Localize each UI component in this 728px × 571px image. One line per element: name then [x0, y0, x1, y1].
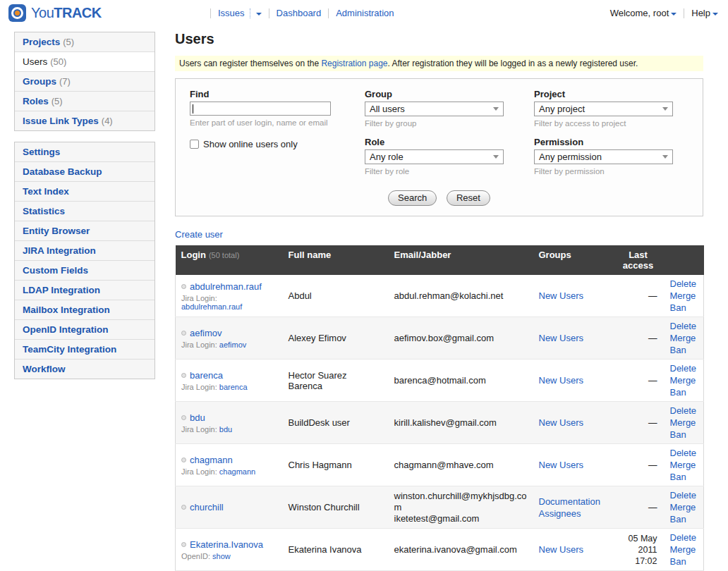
user-login-link[interactable]: chagmann	[190, 455, 233, 465]
groups-cell: New Users	[533, 317, 612, 360]
sidebar-item-openid-integration[interactable]: OpenID Integration	[15, 319, 154, 339]
delete-link[interactable]: Delete	[670, 278, 698, 290]
project-label: Project	[534, 89, 693, 99]
delete-link[interactable]: Delete	[670, 405, 698, 417]
sidebar-item-statistics[interactable]: Statistics	[15, 201, 154, 221]
group-link[interactable]: New Users	[539, 333, 584, 343]
help-menu-link[interactable]: Help	[691, 8, 710, 18]
delete-link[interactable]: Delete	[670, 447, 698, 459]
user-sub-link[interactable]: aefimov	[219, 340, 247, 349]
page-title: Users	[175, 31, 703, 47]
sidebar-item-ldap-integration[interactable]: LDAP Integration	[15, 280, 154, 300]
user-dropdown-icon[interactable]	[671, 13, 677, 16]
role-help: Filter by role	[365, 167, 534, 176]
merge-link[interactable]: Merge	[670, 501, 698, 513]
user-login-link[interactable]: barenca	[190, 370, 223, 381]
group-link[interactable]: New Users	[539, 417, 584, 428]
user-row: chagmann Jira Login: chagmann Chris Hagm…	[176, 444, 704, 486]
merge-link[interactable]: Merge	[670, 332, 698, 344]
login-cell: barenca Jira Login: barenca	[176, 360, 283, 402]
group-link[interactable]: Documentation Assignees	[539, 496, 600, 519]
filter-col-find: Find Enter part of user login, name or e…	[190, 89, 365, 185]
sidebar-item-projects[interactable]: Projects(5)	[15, 32, 154, 51]
group-link[interactable]: New Users	[539, 375, 584, 386]
delete-link[interactable]: Delete	[670, 320, 698, 332]
delete-link[interactable]: Delete	[670, 532, 698, 544]
actions-cell: DeleteMergeBan	[665, 317, 704, 360]
nav-dashboard[interactable]: Dashboard	[277, 8, 322, 18]
merge-link[interactable]: Merge	[670, 459, 698, 471]
find-input[interactable]	[190, 102, 331, 116]
project-select[interactable]: Any project	[534, 102, 673, 116]
sidebar-item-entity-browser[interactable]: Entity Browser	[15, 221, 154, 240]
table-header-row: Login(50 total) Full name Email/Jabber G…	[176, 245, 704, 275]
sidebar-item-database-backup[interactable]: Database Backup	[15, 161, 154, 181]
sidebar-item-issue-link-types[interactable]: Issue Link Types(4)	[15, 111, 154, 130]
col-header-groups: Groups	[533, 245, 612, 275]
banner-text-pre: Users can register themselves on the	[179, 59, 321, 68]
user-login-link[interactable]: churchill	[190, 502, 224, 512]
sidebar-item-groups[interactable]: Groups(7)	[15, 71, 154, 91]
show-online-checkbox[interactable]	[190, 140, 199, 149]
group-label: Group	[365, 89, 534, 99]
col-header-login: Login(50 total)	[176, 245, 283, 275]
group-select[interactable]: All users	[365, 102, 504, 116]
sidebar-item-roles[interactable]: Roles(5)	[15, 91, 154, 111]
user-sub-link[interactable]: barenca	[219, 383, 248, 391]
last-access-cell: —	[612, 360, 665, 402]
registration-page-link[interactable]: Registration page	[321, 59, 387, 68]
ban-link[interactable]: Ban	[670, 555, 698, 567]
sidebar-item-text-index[interactable]: Text Index	[15, 181, 154, 201]
login-cell: chagmann Jira Login: chagmann	[176, 444, 283, 486]
ban-link[interactable]: Ban	[670, 429, 698, 441]
main-content: Users Users can register themselves on t…	[175, 28, 703, 571]
ban-link[interactable]: Ban	[670, 344, 698, 356]
user-login-link[interactable]: bdu	[190, 412, 205, 423]
groups-cell: New Users	[533, 402, 612, 444]
merge-link[interactable]: Merge	[670, 374, 698, 386]
sidebar-item-workflow[interactable]: Workflow	[15, 359, 154, 379]
chevron-down-icon	[493, 107, 499, 111]
sidebar-item-mailbox-integration[interactable]: Mailbox Integration	[15, 300, 154, 319]
sidebar-item-teamcity-integration[interactable]: TeamCity Integration	[15, 339, 154, 359]
delete-link[interactable]: Delete	[670, 489, 698, 501]
group-link[interactable]: New Users	[539, 460, 584, 470]
filter-col-project-permission: Project Any project Filter by access to …	[534, 89, 693, 185]
user-sub-link[interactable]: abdulrehman.rauf	[181, 302, 242, 311]
user-menu-link[interactable]: root	[653, 8, 669, 18]
user-login-link[interactable]: aefimov	[190, 328, 222, 338]
sidebar-item-users[interactable]: Users(50)	[15, 51, 154, 71]
sidebar-item-jira-integration[interactable]: JIRA Integration	[15, 240, 154, 260]
user-sub-link[interactable]: bdu	[219, 425, 232, 434]
full-name-cell: Abdul	[283, 275, 389, 317]
delete-link[interactable]: Delete	[670, 362, 698, 374]
ban-link[interactable]: Ban	[670, 471, 698, 483]
user-login-link[interactable]: Ekaterina.Ivanova	[190, 539, 263, 550]
permission-select[interactable]: Any permission	[534, 149, 673, 164]
ban-link[interactable]: Ban	[670, 513, 698, 525]
reset-button[interactable]: Reset	[447, 190, 490, 206]
issues-dropdown-icon[interactable]	[256, 13, 262, 16]
sidebar-item-custom-fields[interactable]: Custom Fields	[15, 260, 154, 280]
user-login-link[interactable]: abdulrehman.rauf	[190, 281, 262, 292]
ban-link[interactable]: Ban	[670, 386, 698, 398]
email-cell: winston.churchill@mykhjsdbg.comiketetest…	[389, 486, 533, 529]
search-button[interactable]: Search	[388, 190, 437, 206]
user-sub-link[interactable]: show	[212, 552, 231, 560]
youtrack-logo[interactable]: YouTRACK	[8, 4, 102, 22]
group-link[interactable]: New Users	[539, 290, 584, 301]
nav-issues[interactable]: Issues	[218, 8, 245, 18]
merge-link[interactable]: Merge	[670, 290, 698, 302]
role-select[interactable]: Any role	[365, 149, 504, 164]
login-cell: Ekaterina.Ivanova OpenID: show	[176, 529, 283, 571]
groups-cell: New Users	[533, 444, 612, 486]
create-user-link[interactable]: Create user	[175, 229, 223, 240]
user-sub-link[interactable]: chagmann	[219, 467, 255, 476]
merge-link[interactable]: Merge	[670, 417, 698, 429]
sidebar-item-settings[interactable]: Settings	[15, 142, 154, 161]
ban-link[interactable]: Ban	[670, 302, 698, 314]
help-dropdown-icon[interactable]	[712, 13, 718, 16]
nav-administration[interactable]: Administration	[336, 8, 394, 18]
merge-link[interactable]: Merge	[670, 544, 698, 555]
group-link[interactable]: New Users	[539, 544, 584, 555]
